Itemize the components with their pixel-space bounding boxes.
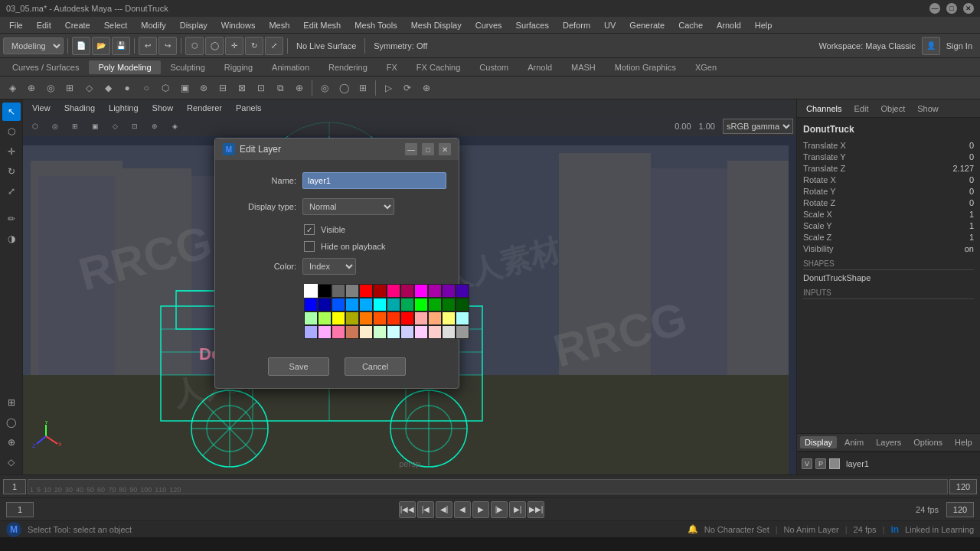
rpt-display[interactable]: Display bbox=[800, 436, 837, 448]
color-swatch-15[interactable] bbox=[345, 298, 359, 311]
color-space-select[interactable]: sRGB gamma bbox=[723, 119, 793, 134]
toolbar-icon-10[interactable]: ▣ bbox=[175, 79, 194, 97]
color-swatch-28[interactable] bbox=[359, 311, 373, 325]
vp-panels[interactable]: Panels bbox=[230, 102, 268, 114]
toolbar-icon-21[interactable]: ⟳ bbox=[398, 79, 416, 97]
toolbar-icon-16[interactable]: ⊕ bbox=[290, 79, 309, 97]
toolbar-icon-5[interactable]: ◇ bbox=[80, 79, 98, 97]
toolbar-icon-14[interactable]: ⊡ bbox=[252, 79, 270, 97]
menu-deform[interactable]: Deform bbox=[557, 19, 596, 31]
scale-tool[interactable]: ⤢ bbox=[265, 37, 283, 55]
menu-curves[interactable]: Curves bbox=[469, 19, 508, 31]
color-swatch-5[interactable] bbox=[373, 284, 387, 298]
prev-frame-btn[interactable]: |◀ bbox=[417, 501, 434, 518]
toolbar-icon-19[interactable]: ⊞ bbox=[354, 79, 372, 97]
toolbar-icon-20[interactable]: ▷ bbox=[379, 79, 397, 97]
color-swatch-17[interactable] bbox=[373, 298, 387, 311]
current-frame-input[interactable] bbox=[6, 502, 34, 517]
toolbar-icon-2[interactable]: ⊕ bbox=[22, 79, 41, 97]
tab-poly-modeling[interactable]: Poly Modeling bbox=[89, 60, 160, 74]
toolbar-icon-13[interactable]: ⊠ bbox=[233, 79, 251, 97]
save-btn[interactable]: 💾 bbox=[112, 37, 130, 55]
vp-show[interactable]: Show bbox=[146, 102, 180, 114]
toolbar-icon-17[interactable]: ◎ bbox=[315, 79, 334, 97]
color-swatch-16[interactable] bbox=[359, 298, 373, 311]
color-swatch-32[interactable] bbox=[414, 311, 428, 325]
color-swatch-8[interactable] bbox=[414, 284, 428, 298]
tab-mash[interactable]: MASH bbox=[562, 60, 605, 74]
tab-rigging[interactable]: Rigging bbox=[215, 60, 262, 74]
snap-grid-btn[interactable]: ⊞ bbox=[2, 393, 21, 412]
maximize-button[interactable]: □ bbox=[946, 3, 957, 14]
vp-tb-5[interactable]: ◇ bbox=[106, 117, 124, 135]
prev-keyframe-btn[interactable]: ◀| bbox=[436, 501, 452, 518]
tab-rendering[interactable]: Rendering bbox=[319, 60, 377, 74]
cancel-button[interactable]: Cancel bbox=[345, 357, 406, 376]
color-swatch-1[interactable] bbox=[318, 284, 332, 298]
layer-color-swatch[interactable] bbox=[829, 458, 840, 469]
next-keyframe-btn[interactable]: |▶ bbox=[491, 501, 508, 518]
undo-btn[interactable]: ↩ bbox=[139, 37, 157, 55]
end-frame-input[interactable] bbox=[946, 502, 974, 517]
open-btn[interactable]: 📂 bbox=[92, 37, 110, 55]
toolbar-icon-3[interactable]: ◎ bbox=[41, 79, 60, 97]
rph-object[interactable]: Object bbox=[877, 103, 908, 115]
color-swatch-20[interactable] bbox=[414, 298, 428, 311]
rpt-anim[interactable]: Anim bbox=[840, 436, 868, 448]
color-swatch-34[interactable] bbox=[442, 311, 456, 325]
color-swatch-21[interactable] bbox=[428, 298, 442, 311]
color-swatch-2[interactable] bbox=[332, 284, 345, 298]
save-button[interactable]: Save bbox=[268, 357, 329, 376]
redo-btn[interactable]: ↪ bbox=[158, 37, 177, 55]
vp-tb-1[interactable]: ⬡ bbox=[26, 117, 44, 135]
toolbar-icon-12[interactable]: ⊟ bbox=[214, 79, 232, 97]
color-swatch-39[interactable] bbox=[345, 325, 359, 339]
color-swatch-14[interactable] bbox=[332, 298, 345, 311]
sign-in-btn[interactable]: 👤 bbox=[922, 37, 940, 55]
move-tool-btn[interactable]: ✛ bbox=[2, 142, 21, 161]
close-button[interactable]: ✕ bbox=[963, 3, 974, 14]
menu-surfaces[interactable]: Surfaces bbox=[510, 19, 555, 31]
lasso-tool-btn[interactable]: ⬡ bbox=[2, 122, 21, 141]
menu-modify[interactable]: Modify bbox=[135, 19, 172, 31]
layer-vis-btn[interactable]: V bbox=[802, 458, 812, 469]
toolbar-icon-8[interactable]: ○ bbox=[137, 79, 155, 97]
color-swatch-41[interactable] bbox=[373, 325, 387, 339]
menu-windows[interactable]: Windows bbox=[215, 19, 262, 31]
color-swatch-11[interactable] bbox=[456, 284, 469, 298]
tab-custom[interactable]: Custom bbox=[470, 60, 518, 74]
color-swatch-0[interactable] bbox=[304, 284, 318, 298]
menu-arnold[interactable]: Arnold bbox=[710, 19, 747, 31]
lasso-tool[interactable]: ◯ bbox=[205, 37, 224, 55]
color-swatch-9[interactable] bbox=[428, 284, 442, 298]
menu-uv[interactable]: UV bbox=[598, 19, 622, 31]
menu-mesh[interactable]: Mesh bbox=[263, 19, 296, 31]
new-scene-btn[interactable]: 📄 bbox=[72, 37, 90, 55]
menu-mesh-tools[interactable]: Mesh Tools bbox=[348, 19, 403, 31]
toolbar-icon-18[interactable]: ◯ bbox=[335, 79, 353, 97]
next-frame-btn[interactable]: ▶| bbox=[509, 501, 526, 518]
menu-select[interactable]: Select bbox=[98, 19, 134, 31]
vp-tb-2[interactable]: ◎ bbox=[46, 117, 64, 135]
dialog-maximize-btn[interactable]: □ bbox=[422, 143, 434, 155]
toolbar-icon-6[interactable]: ◆ bbox=[99, 79, 117, 97]
color-swatch-40[interactable] bbox=[359, 325, 373, 339]
dialog-titlebar[interactable]: M Edit Layer — □ ✕ bbox=[215, 139, 459, 160]
vp-lighting[interactable]: Lighting bbox=[103, 102, 145, 114]
color-swatch-47[interactable] bbox=[456, 325, 469, 339]
select-tool[interactable]: ⬡ bbox=[185, 37, 204, 55]
vp-view[interactable]: View bbox=[26, 102, 57, 114]
color-swatch-13[interactable] bbox=[318, 298, 332, 311]
layer-p-btn[interactable]: P bbox=[815, 458, 826, 469]
color-swatch-26[interactable] bbox=[332, 311, 345, 325]
toolbar-icon-22[interactable]: ⊕ bbox=[417, 79, 436, 97]
timeline-start[interactable] bbox=[3, 479, 26, 494]
color-swatch-22[interactable] bbox=[442, 298, 456, 311]
color-swatch-45[interactable] bbox=[428, 325, 442, 339]
play-back-btn[interactable]: ◀ bbox=[454, 501, 471, 518]
toolbar-icon-4[interactable]: ⊞ bbox=[60, 79, 79, 97]
snap-surface-btn[interactable]: ◇ bbox=[2, 453, 21, 471]
menu-generate[interactable]: Generate bbox=[623, 19, 671, 31]
tab-xgen[interactable]: XGen bbox=[686, 60, 726, 74]
vp-tb-6[interactable]: ⊡ bbox=[126, 117, 144, 135]
